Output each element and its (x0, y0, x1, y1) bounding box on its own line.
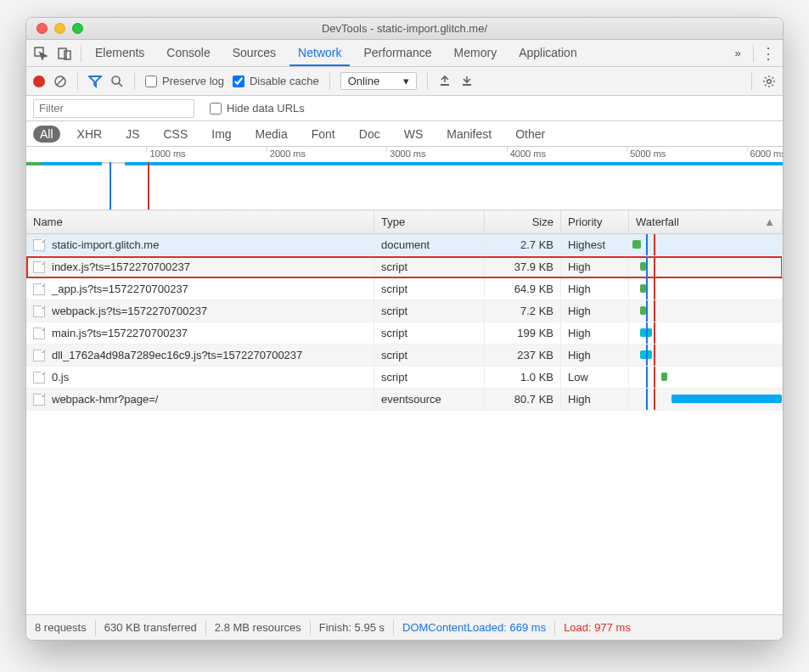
summary-resources: 2.8 MB resources (215, 621, 301, 634)
filter-row: Hide data URLs (26, 96, 783, 121)
network-table: Name Type Size Priority Waterfall ▲ stat… (26, 210, 783, 614)
table-row[interactable]: index.js?ts=1572270700237script37.9 KBHi… (26, 256, 783, 278)
file-icon (33, 305, 45, 317)
export-har-icon[interactable] (460, 75, 474, 88)
request-waterfall (629, 367, 783, 388)
gear-icon[interactable] (762, 75, 776, 88)
type-filter-js[interactable]: JS (119, 126, 146, 143)
col-priority[interactable]: Priority (561, 210, 629, 233)
table-row[interactable]: _app.js?ts=1572270700237script64.9 KBHig… (26, 278, 783, 300)
tab-memory[interactable]: Memory (446, 41, 506, 66)
file-icon (33, 239, 45, 251)
ruler-tick-label: 1000 ms (149, 148, 185, 159)
summary-requests: 8 requests (35, 621, 87, 634)
request-size: 2.7 KB (485, 234, 561, 255)
summary-dcl: DOMContentLoaded: 669 ms (402, 621, 546, 634)
file-icon (33, 261, 45, 273)
request-size: 37.9 KB (485, 256, 561, 277)
resource-type-filter: AllXHRJSCSSImgMediaFontDocWSManifestOthe… (26, 121, 783, 147)
type-filter-img[interactable]: Img (205, 126, 238, 143)
titlebar: DevTools - static-import.glitch.me/ (26, 18, 783, 40)
request-name: main.js?ts=1572270700237 (52, 327, 188, 339)
request-type: document (374, 234, 485, 255)
col-waterfall[interactable]: Waterfall ▲ (629, 210, 783, 233)
svg-line-6 (119, 83, 122, 87)
tab-elements[interactable]: Elements (87, 41, 153, 66)
request-type: script (374, 256, 485, 277)
type-filter-css[interactable]: CSS (156, 126, 194, 143)
col-size[interactable]: Size (485, 210, 561, 233)
request-type: script (374, 300, 485, 322)
filter-input[interactable] (33, 99, 194, 118)
overview-timeline[interactable]: 1000 ms2000 ms3000 ms4000 ms5000 ms6000 … (26, 147, 783, 210)
request-waterfall (629, 389, 783, 410)
request-waterfall (629, 344, 783, 366)
settings-menu-button[interactable]: ⋮ (759, 44, 778, 63)
hide-data-urls-checkbox[interactable]: Hide data URLs (210, 102, 305, 115)
clear-icon[interactable] (53, 75, 67, 88)
type-filter-xhr[interactable]: XHR (70, 126, 110, 143)
request-name: index.js?ts=1572270700237 (52, 260, 190, 273)
device-toggle-icon[interactable] (55, 44, 74, 63)
request-priority: High (561, 300, 629, 322)
inspect-element-icon[interactable] (31, 44, 50, 63)
type-filter-all[interactable]: All (33, 126, 60, 143)
table-row[interactable]: main.js?ts=1572270700237script199 KBHigh (26, 322, 783, 344)
request-priority: High (561, 278, 629, 300)
disable-cache-checkbox[interactable]: Disable cache (233, 75, 319, 87)
request-waterfall (629, 300, 783, 322)
request-priority: High (561, 389, 629, 410)
type-filter-font[interactable]: Font (305, 126, 342, 143)
type-filter-other[interactable]: Other (508, 126, 552, 143)
throttling-value: Online (348, 75, 380, 87)
type-filter-media[interactable]: Media (249, 126, 295, 143)
ruler-tick-label: 6000 ms (750, 148, 784, 159)
search-icon[interactable] (110, 75, 124, 88)
request-name: webpack.js?ts=1572270700237 (52, 305, 207, 317)
request-waterfall (629, 256, 783, 277)
preserve-log-checkbox[interactable]: Preserve log (145, 75, 224, 87)
tab-performance[interactable]: Performance (355, 41, 440, 66)
table-header: Name Type Size Priority Waterfall ▲ (26, 210, 783, 234)
table-body[interactable]: static-import.glitch.medocument2.7 KBHig… (26, 234, 783, 614)
table-row[interactable]: webpack-hmr?page=/eventsource80.7 KBHigh (26, 389, 783, 411)
tab-network[interactable]: Network (289, 41, 350, 66)
request-waterfall (629, 234, 783, 255)
request-name: webpack-hmr?page=/ (52, 393, 158, 406)
separator (427, 73, 428, 90)
request-type: script (374, 322, 485, 344)
request-type: script (374, 344, 485, 366)
status-footer: 8 requests 630 KB transferred 2.8 MB res… (26, 614, 783, 640)
svg-rect-7 (441, 84, 449, 86)
col-type[interactable]: Type (374, 210, 485, 233)
table-row[interactable]: dll_1762a4d98a7289ec16c9.js?ts=157227070… (26, 344, 783, 367)
table-row[interactable]: 0.jsscript1.0 KBLow (26, 367, 783, 389)
col-name[interactable]: Name (26, 210, 374, 233)
overflow-menu-button[interactable]: » (728, 47, 748, 59)
separator (134, 73, 135, 90)
record-toggle-icon[interactable] (33, 76, 45, 87)
tab-application[interactable]: Application (510, 41, 586, 66)
panel-tabbar: ElementsConsoleSourcesNetworkPerformance… (26, 40, 783, 67)
type-filter-doc[interactable]: Doc (352, 126, 387, 143)
request-name: dll_1762a4d98a7289ec16c9.js?ts=157227070… (52, 349, 302, 361)
svg-point-9 (767, 79, 772, 83)
import-har-icon[interactable] (438, 75, 452, 88)
throttling-select[interactable]: Online ▾ (340, 72, 418, 90)
table-row[interactable]: webpack.js?ts=1572270700237script7.2 KBH… (26, 300, 783, 322)
network-toolbar: Preserve log Disable cache Online ▾ (26, 67, 783, 96)
request-name: _app.js?ts=1572270700237 (52, 283, 188, 295)
request-name: 0.js (52, 371, 69, 384)
type-filter-ws[interactable]: WS (397, 126, 430, 143)
overview-ruler: 1000 ms2000 ms3000 ms4000 ms5000 ms6000 … (26, 147, 783, 162)
filter-icon[interactable] (88, 75, 102, 88)
sort-indicator-icon: ▲ (764, 216, 775, 228)
tab-sources[interactable]: Sources (224, 41, 284, 66)
request-size: 1.0 KB (485, 367, 561, 388)
tab-console[interactable]: Console (158, 41, 218, 66)
panel-tabs: ElementsConsoleSourcesNetworkPerformance… (87, 41, 724, 66)
disable-cache-label: Disable cache (250, 75, 319, 87)
type-filter-manifest[interactable]: Manifest (440, 126, 498, 143)
request-size: 80.7 KB (485, 389, 561, 410)
table-row[interactable]: static-import.glitch.medocument2.7 KBHig… (26, 234, 783, 256)
